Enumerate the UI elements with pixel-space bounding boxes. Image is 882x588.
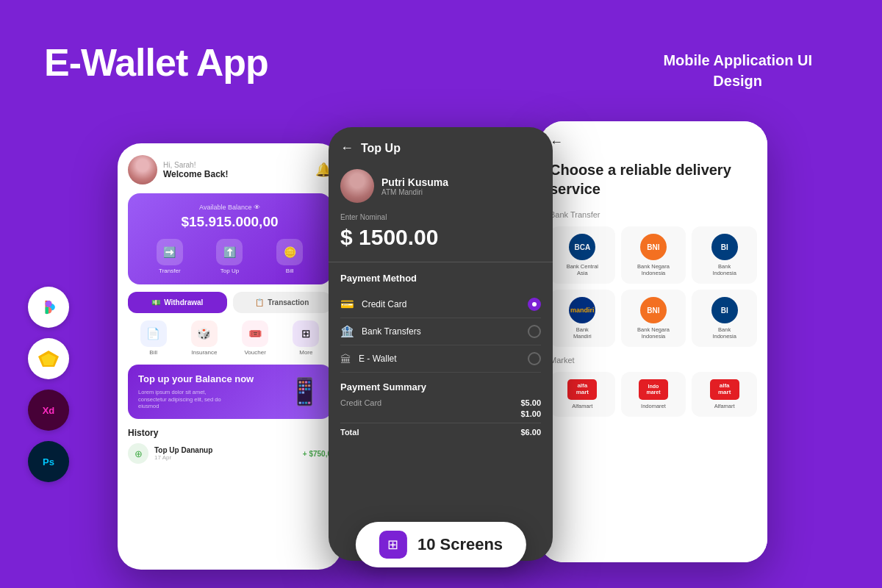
screens-badge: ⊞ 10 Screens (356, 522, 526, 567)
s3-bank-section-label: Bank Transfer (550, 210, 757, 219)
s2-payment-ewallet[interactable]: 🏛 E - Wallet (340, 345, 541, 373)
s1-history-item: ⊕ Top Up Dananup 17 Apr + $750,0 (128, 443, 331, 464)
s1-balance-card: Available Balance 👁 $15.915.000,00 ➡️ Tr… (128, 193, 331, 284)
s2-summary-title: Payment Summary (340, 381, 541, 392)
s2-ewallet-label: E - Wallet (359, 354, 520, 364)
s1-menu-voucher[interactable]: 🎟️ Voucher (242, 320, 268, 356)
s3-bni2-label: Bank NegaraIndonesia (637, 326, 670, 340)
s2-user-avatar (340, 169, 374, 203)
s2-ewallet-radio[interactable] (528, 352, 541, 365)
s1-transaction-btn[interactable]: 📋Transaction (233, 292, 332, 313)
s2-summary-row1-label: Credit Card (340, 398, 381, 407)
s3-bank-bca[interactable]: BCA Bank CentralAsia (550, 226, 615, 284)
s1-transaction-label: Transaction (268, 298, 309, 306)
s2-credit-radio[interactable] (528, 298, 541, 311)
s2-user-name: Putri Kusuma (381, 176, 448, 188)
s3-bi1-label: BankIndonesia (712, 263, 736, 276)
s2-payment-bank[interactable]: 🏦 Bank Transfers (340, 318, 541, 345)
s3-bank-bi-1[interactable]: BI BankIndonesia (692, 226, 757, 284)
s1-transfer-label: Transfer (159, 268, 181, 274)
svg-point-2 (46, 301, 52, 307)
page-subtitle: Mobile Application UIDesign (663, 50, 812, 91)
s1-balance-amount: $15.915.000,00 (140, 214, 320, 230)
s2-bank-icon: 🏦 (340, 325, 354, 338)
s3-page-title: Choose a reliable delivery service (550, 160, 757, 198)
s3-market-alfamart-2[interactable]: alfamart Alfamart (692, 372, 757, 417)
s1-topup-action-label: Top Up (220, 268, 239, 274)
s2-amount-label: Enter Nominal (340, 213, 541, 221)
s1-withdrawal-label: Withdrawal (164, 298, 203, 306)
s3-bank-bni-1[interactable]: BNI Bank NegaraIndonesia (621, 226, 686, 284)
s1-balance-label: Available Balance 👁 (140, 204, 320, 211)
s3-mandiri-label: BankMandiri (573, 326, 592, 340)
screen2-topup: ← Top Up Putri Kusuma ATM Mandiri Enter … (329, 127, 553, 561)
page-bg: E-Wallet App Mobile Application UIDesign… (0, 0, 882, 588)
s1-header: Hi, Sarah! Welcome Back! 🔔 (128, 155, 331, 184)
s1-avatar (128, 155, 157, 184)
s2-amount: $ 1500.00 (340, 225, 541, 250)
badge-icon: ⊞ (379, 531, 407, 559)
s3-bank-mandiri[interactable]: mandiri BankMandiri (550, 290, 615, 347)
s1-menu-more-label: More (299, 349, 312, 356)
s3-bi2-label: BankIndonesia (712, 326, 736, 340)
s1-transfer-btn[interactable]: ➡️ Transfer (157, 239, 183, 274)
s2-summary-total-label: Total (340, 428, 359, 437)
s1-promo-title: Top up your Balance now (138, 373, 254, 386)
s2-nav: ← Top Up (340, 140, 541, 156)
s1-menu-bill[interactable]: 📄 Bill (140, 320, 167, 356)
s1-promo-banner[interactable]: Top up your Balance now Lorem ipsum dolo… (128, 365, 331, 419)
s3-indomaret-label: Indomaret (641, 403, 666, 409)
s1-greeting-hi: Hi, Sarah! (163, 161, 228, 169)
s3-bank-bi-2[interactable]: BI BankIndonesia (692, 290, 757, 347)
s1-history-title: History (128, 428, 331, 438)
s2-payment-title: Payment Method (340, 273, 541, 284)
s1-history-item-date: 17 Apr (154, 454, 297, 461)
s1-promo-illustration: 📱 (288, 376, 321, 407)
s2-bank-label: Bank Transfers (362, 326, 520, 337)
screen3-delivery: ← Choose a reliable delivery service Ban… (539, 121, 767, 562)
s1-promo-subtitle: Lorem ipsum dolor sit amet, consectetur … (138, 389, 234, 410)
s1-history-item-amount: + $750,0 (303, 450, 331, 458)
s3-market-section-label: Market (550, 356, 757, 365)
s2-summary-total-value: $6.00 (520, 428, 541, 437)
s3-alfamart2-label: Alfamart (714, 403, 735, 409)
s3-alfamart1-label: Alfamart (572, 403, 592, 409)
s1-menu-insurance[interactable]: 🎲 Insurance (191, 320, 218, 356)
s2-back-btn[interactable]: ← (340, 140, 354, 156)
page-title: E-Wallet App (44, 40, 268, 85)
s3-bni1-label: Bank NegaraIndonesia (637, 263, 670, 276)
s1-menu-more[interactable]: ⊞ More (293, 320, 319, 356)
tool-icons-container: Xd Ps (28, 287, 69, 482)
s3-back-btn[interactable]: ← (550, 135, 757, 150)
s3-market-indomaret[interactable]: Indomaret Indomaret (621, 372, 686, 417)
screens-container: Hi, Sarah! Welcome Back! 🔔 Available Bal… (118, 121, 853, 573)
ps-icon: Ps (28, 441, 69, 482)
s1-bill-action-label: Bill (286, 268, 294, 274)
s1-history-item-name: Top Up Dananup (154, 446, 297, 454)
figma-icon (28, 287, 69, 328)
s1-greeting-welcome: Welcome Back! (163, 169, 228, 179)
s2-screen-title: Top Up (361, 142, 401, 155)
s2-payment-credit[interactable]: 💳 Credit Card (340, 291, 541, 318)
xd-icon: Xd (28, 390, 69, 431)
s2-credit-label: Credit Card (362, 299, 520, 309)
sketch-icon (28, 338, 69, 379)
s1-menu-bill-label: Bill (149, 349, 157, 356)
s1-withdrawal-btn[interactable]: 💵Withdrawal (128, 292, 227, 313)
s1-menu-insurance-label: Insurance (191, 349, 217, 356)
s1-topup-action-btn[interactable]: ⬆️ Top Up (216, 239, 243, 274)
s2-user-bank: ATM Mandiri (381, 188, 448, 196)
s1-menu-voucher-label: Voucher (244, 349, 265, 356)
badge-text: 10 Screens (417, 535, 503, 554)
s1-bill-action-btn[interactable]: 🪙 Bill (276, 239, 303, 274)
s2-summary-row1-value: $5.00 (520, 398, 541, 407)
s3-bca-label: Bank CentralAsia (567, 263, 598, 276)
s2-user-info: Putri Kusuma ATM Mandiri (340, 169, 541, 203)
screen1-home: Hi, Sarah! Welcome Back! 🔔 Available Bal… (118, 143, 342, 570)
s3-market-alfamart-1[interactable]: alfamart Alfamart (550, 372, 615, 417)
s2-ewallet-icon: 🏛 (340, 353, 351, 365)
s3-bank-bni-2[interactable]: BNI Bank NegaraIndonesia (621, 290, 686, 347)
s2-credit-icon: 💳 (340, 298, 354, 311)
s2-bank-radio[interactable] (528, 325, 541, 338)
s2-summary-row2-value: $1.00 (520, 409, 541, 418)
